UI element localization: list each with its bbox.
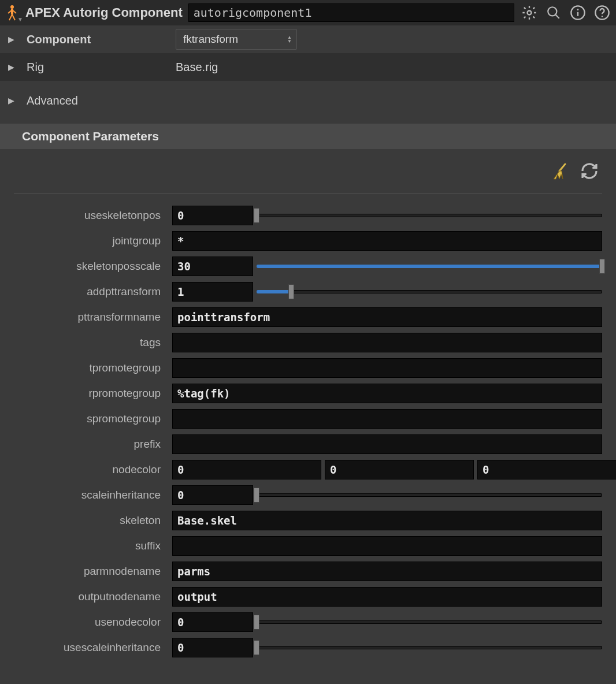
node-type-icon[interactable]: ▼ [5, 4, 20, 21]
param-input-useskeletonpos[interactable] [172, 206, 253, 225]
param-input-tpromotegroup[interactable] [172, 358, 602, 378]
param-row-tags: tags [14, 332, 602, 354]
param-body [172, 333, 602, 352]
param-row-pttransformname: pttransformname [14, 306, 602, 328]
param-body [172, 384, 602, 403]
help-icon[interactable] [593, 3, 611, 22]
param-slider-usescaleinheritance[interactable] [257, 638, 602, 657]
param-label: suffix [14, 540, 169, 552]
param-input-outputnodename[interactable] [172, 587, 602, 607]
disclosure-icon[interactable]: ▶ [8, 96, 16, 105]
param-row-rpromotegroup: rpromotegroup [14, 382, 602, 404]
slider-thumb[interactable] [254, 208, 259, 223]
param-label: jointgroup [14, 235, 169, 247]
param-body [172, 206, 602, 225]
section-toolbar [0, 149, 616, 190]
select-caret-icon: ▲▼ [287, 35, 292, 43]
svg-point-10 [577, 9, 579, 10]
svg-line-4 [9, 14, 12, 20]
param-body [172, 409, 602, 429]
search-icon[interactable] [544, 3, 563, 22]
param-label: usenodecolor [14, 616, 169, 629]
param-input-addpttransform[interactable] [172, 282, 253, 302]
param-row-suffix: suffix [14, 535, 602, 557]
param-row-spromotegroup: spromotegroup [14, 408, 602, 430]
slider-thumb[interactable] [254, 615, 259, 630]
param-slider-addpttransform[interactable] [257, 282, 602, 302]
param-body [172, 231, 602, 251]
svg-point-6 [528, 11, 532, 15]
param-slider-skeletonposscale[interactable] [257, 256, 602, 276]
component-row: ▶ Component fktransform ▲▼ [0, 25, 616, 53]
param-body [172, 638, 602, 657]
param-input-skeleton[interactable] [172, 511, 602, 530]
param-row-skeletonposscale: skeletonposscale [14, 255, 602, 277]
param-row-outputnodename: outputnodename [14, 586, 602, 608]
param-label: useskeletonpos [14, 209, 169, 222]
slider-thumb[interactable] [254, 488, 259, 503]
sweep-icon[interactable] [550, 162, 570, 184]
info-icon[interactable] [569, 3, 587, 22]
param-body [172, 562, 602, 581]
gear-icon[interactable] [520, 3, 539, 22]
svg-line-8 [555, 14, 559, 18]
param-row-prefix: prefix [14, 433, 602, 455]
param-input-skeletonposscale[interactable] [172, 256, 253, 276]
param-input-parmnodename[interactable] [172, 562, 602, 581]
param-body [172, 460, 616, 479]
param-label: rpromotegroup [14, 387, 169, 400]
param-input-nodecolor-z[interactable] [477, 460, 616, 479]
refresh-icon[interactable] [580, 162, 599, 184]
param-input-pttransformname[interactable] [172, 307, 602, 327]
param-label: outputnodename [14, 590, 169, 603]
param-body [172, 282, 602, 302]
param-row-usenodecolor: usenodecolor [14, 611, 602, 633]
slider-thumb[interactable] [254, 640, 259, 655]
param-slider-usenodecolor[interactable] [257, 612, 602, 632]
svg-point-13 [602, 16, 603, 17]
param-input-nodecolor-x[interactable] [172, 460, 321, 479]
param-input-scaleinheritance[interactable] [172, 485, 253, 505]
param-body [172, 536, 602, 556]
param-input-suffix[interactable] [172, 536, 602, 556]
param-row-parmnodename: parmnodename [14, 560, 602, 582]
param-input-prefix[interactable] [172, 434, 602, 454]
param-input-nodecolor-y[interactable] [325, 460, 474, 479]
node-type-title: APEX Autorig Component [25, 5, 183, 20]
param-slider-scaleinheritance[interactable] [257, 485, 602, 505]
param-row-addpttransform: addpttransform [14, 281, 602, 303]
rig-value: Base.rig [176, 61, 218, 74]
header-bar: ▼ APEX Autorig Component [0, 0, 616, 25]
param-input-rpromotegroup[interactable] [172, 384, 602, 403]
param-input-usescaleinheritance[interactable] [172, 638, 253, 657]
param-label: skeleton [14, 514, 169, 527]
param-row-tpromotegroup: tpromotegroup [14, 357, 602, 379]
param-body [172, 612, 602, 632]
param-input-usenodecolor[interactable] [172, 612, 253, 632]
component-label: Component [27, 33, 165, 46]
param-input-tags[interactable] [172, 333, 602, 352]
param-row-skeleton: skeleton [14, 510, 602, 531]
param-label: parmnodename [14, 565, 169, 578]
params-container: useskeletonposjointgroupskeletonposscale… [14, 194, 602, 659]
param-input-jointgroup[interactable] [172, 231, 602, 251]
section-title: Component Parameters [0, 124, 616, 149]
chevron-down-icon[interactable]: ▼ [17, 16, 23, 23]
param-input-spromotegroup[interactable] [172, 409, 602, 429]
slider-thumb[interactable] [599, 259, 605, 274]
advanced-row: ▶ Advanced [0, 87, 616, 114]
disclosure-icon[interactable]: ▶ [8, 35, 16, 44]
node-name-input[interactable] [188, 3, 514, 22]
svg-line-5 [12, 14, 15, 20]
param-row-scaleinheritance: scaleinheritance [14, 484, 602, 506]
param-label: tags [14, 336, 169, 349]
disclosure-icon[interactable]: ▶ [8, 62, 16, 72]
param-body [172, 511, 602, 530]
svg-point-7 [548, 7, 556, 16]
header-actions [520, 3, 611, 22]
param-label: spromotegroup [14, 412, 169, 425]
slider-thumb[interactable] [288, 284, 294, 299]
param-slider-useskeletonpos[interactable] [257, 206, 602, 225]
svg-rect-1 [11, 9, 13, 14]
component-select[interactable]: fktransform ▲▼ [176, 29, 297, 50]
